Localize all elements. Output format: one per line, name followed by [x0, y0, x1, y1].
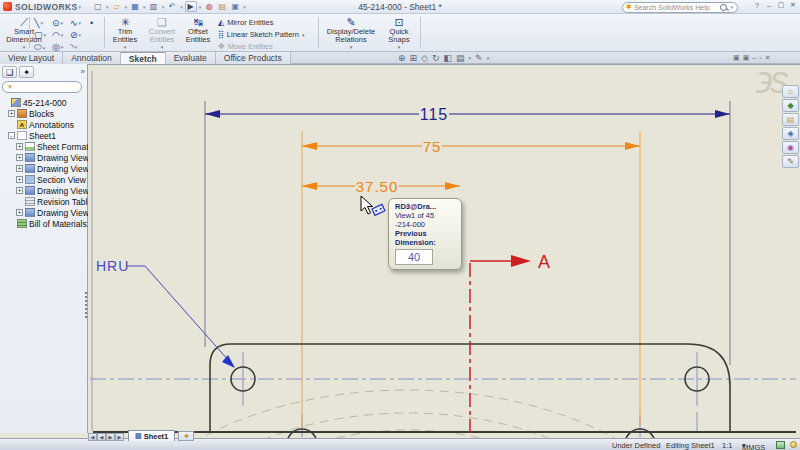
minimize-button[interactable]: –: [764, 2, 774, 9]
dimension-75[interactable]: [302, 142, 640, 150]
open-icon[interactable]: ▱: [111, 1, 123, 12]
quick-snaps-caret-icon[interactable]: ▾: [382, 44, 416, 50]
tree-item-blocks[interactable]: + Blocks: [0, 108, 88, 119]
options-caret-icon[interactable]: ▾: [243, 4, 246, 10]
feature-manager-tab-icon[interactable]: ❏: [2, 66, 17, 78]
annotations-caret-icon[interactable]: ▾: [487, 55, 490, 61]
tree-filter-input[interactable]: ▼: [2, 81, 82, 93]
expander-icon[interactable]: +: [16, 165, 23, 172]
rebuild-icon[interactable]: ◍: [203, 1, 215, 12]
tree-item-sheet1[interactable]: - Sheet1: [0, 130, 88, 141]
sheet-properties-icon[interactable]: ▤: [456, 53, 465, 63]
dimension-75-text[interactable]: 75: [423, 138, 442, 155]
save-caret-icon[interactable]: ▾: [143, 4, 146, 10]
expander-icon[interactable]: +: [16, 176, 23, 183]
help-button[interactable]: ?: [752, 2, 762, 9]
close-button[interactable]: ✕: [788, 1, 798, 9]
tree-item-sheet-format1[interactable]: + Sheet Format1: [0, 141, 88, 152]
new-caret-icon[interactable]: ▾: [106, 4, 109, 10]
sheet-tab-sheet1[interactable]: ▤ Sheet1: [128, 430, 175, 441]
tab-sketch[interactable]: Sketch: [121, 52, 166, 64]
trim-caret-icon[interactable]: ▾: [107, 44, 143, 50]
view-palette-icon[interactable]: ◈: [782, 127, 799, 140]
tree-item-drawing-view6[interactable]: + Drawing View6: [0, 207, 88, 218]
dimension-115[interactable]: [205, 110, 730, 118]
tree-item-section-view[interactable]: + Section View A-A: [0, 174, 88, 185]
new-document-icon[interactable]: ▢: [92, 1, 104, 12]
add-sheet-button[interactable]: ✚: [178, 431, 194, 441]
expander-icon[interactable]: +: [16, 187, 23, 194]
arc-tool-icon[interactable]: ◠▾: [52, 30, 63, 40]
search-caret-icon[interactable]: ▾: [730, 4, 733, 10]
doc-close-icon[interactable]: ✕: [765, 54, 771, 62]
section-line-a[interactable]: [470, 255, 531, 437]
redraw-icon[interactable]: ↻: [432, 53, 440, 63]
fillet-tool-icon[interactable]: ◝▾: [70, 42, 77, 52]
tab-annotation[interactable]: Annotation: [63, 52, 121, 64]
print-caret-icon[interactable]: ▾: [162, 4, 165, 10]
doc-minimize-icon[interactable]: –: [752, 54, 756, 62]
tab-view-layout[interactable]: View Layout: [0, 52, 63, 64]
dimension-115-text[interactable]: 115: [420, 106, 449, 123]
doc-cascade-icon[interactable]: ▣: [743, 54, 750, 62]
prev-sheet-button[interactable]: ◀: [97, 433, 106, 441]
select-caret-icon[interactable]: ▾: [199, 4, 202, 10]
offset-entities-button[interactable]: ↹ Offset Entities: [181, 16, 215, 44]
property-manager-tab-icon[interactable]: ✦: [19, 66, 34, 78]
note-hru[interactable]: HRU: [96, 258, 129, 274]
trim-entities-button[interactable]: ✳ Trim Entities ▾: [107, 16, 143, 50]
perimeter-circle-tool-icon[interactable]: ◎▾: [52, 42, 63, 52]
previous-view-icon[interactable]: ◇: [421, 53, 428, 63]
tree-item-revision-table1[interactable]: Revision Table1: [0, 196, 88, 207]
panel-flyout-chevron-icon[interactable]: »: [81, 67, 85, 76]
convert-caret-icon[interactable]: ▾: [143, 44, 181, 50]
tree-item-bill-of-materials[interactable]: Bill of Materials1: [0, 218, 88, 229]
linear-sketch-pattern-button[interactable]: ⣿ Linear Sketch Pattern ▾: [218, 30, 305, 39]
doc-restore-icon[interactable]: ▫: [759, 54, 761, 62]
mirror-entities-button[interactable]: ◭ Mirror Entities: [218, 18, 273, 27]
annotations-visibility-icon[interactable]: ✎: [475, 53, 483, 63]
search-input[interactable]: ✱ Search SolidWorks Help ▾: [622, 2, 738, 13]
search-icon[interactable]: [720, 4, 727, 11]
quick-snaps-button[interactable]: ⊡ Quick Snaps ▾: [382, 16, 416, 50]
spline-tool-icon[interactable]: ∿▾: [70, 18, 81, 28]
display-delete-relations-button[interactable]: ✎ Display/Delete Relations ▾: [322, 16, 380, 50]
point-tool-icon[interactable]: •: [90, 18, 93, 28]
last-sheet-button[interactable]: ▶: [115, 433, 124, 441]
open-caret-icon[interactable]: ▾: [125, 4, 128, 10]
next-sheet-button[interactable]: ▶: [106, 433, 115, 441]
tab-evaluate[interactable]: Evaluate: [166, 52, 216, 64]
select-tool-icon[interactable]: ▶: [185, 1, 197, 12]
dimension-3750-text[interactable]: 37.50: [356, 178, 399, 195]
file-explorer-icon[interactable]: ▤: [782, 113, 799, 126]
rectangle-tool-icon[interactable]: ▢▾: [34, 30, 46, 40]
move-entities-button[interactable]: ✥ Move Entities: [218, 42, 273, 51]
section-view-icon[interactable]: ◧: [444, 53, 453, 63]
expander-icon[interactable]: +: [16, 154, 23, 161]
custom-properties-icon[interactable]: ✎: [782, 155, 799, 168]
tree-item-root[interactable]: 45-214-000: [0, 97, 88, 108]
undo-icon[interactable]: ↶: [166, 1, 178, 12]
quick-tip-icon[interactable]: [790, 441, 797, 448]
expander-icon[interactable]: -: [8, 132, 15, 139]
doc-new-window-icon[interactable]: ▣: [733, 54, 740, 62]
expander-icon[interactable]: +: [16, 209, 23, 216]
undo-caret-icon[interactable]: ▾: [180, 4, 183, 10]
ellipse-tool-icon[interactable]: ⊘▾: [70, 30, 81, 40]
linear-pattern-caret-icon[interactable]: ▾: [302, 32, 305, 38]
first-sheet-button[interactable]: ◀: [88, 433, 97, 441]
tree-item-drawing-view1[interactable]: + Drawing View1: [0, 152, 88, 163]
options-icon[interactable]: ▣: [229, 1, 241, 12]
zoom-to-area-icon[interactable]: ⊞: [410, 53, 418, 63]
relations-caret-icon[interactable]: ▾: [322, 44, 380, 50]
tree-item-annotations[interactable]: A Annotations: [0, 119, 88, 130]
sheet-caret-icon[interactable]: ▾: [469, 55, 472, 61]
tag-icon[interactable]: [776, 441, 785, 449]
expander-icon[interactable]: +: [8, 110, 15, 117]
line-tool-icon[interactable]: ╲▾: [34, 18, 43, 28]
solidworks-resources-icon[interactable]: ⌂: [782, 85, 799, 98]
convert-entities-button[interactable]: ❏ Convert Entities ▾: [143, 16, 181, 50]
units-selector[interactable]: MMGS ▾: [742, 441, 746, 450]
tree-item-drawing-view2[interactable]: + Drawing View2: [0, 163, 88, 174]
tab-office-products[interactable]: Office Products: [216, 52, 291, 64]
